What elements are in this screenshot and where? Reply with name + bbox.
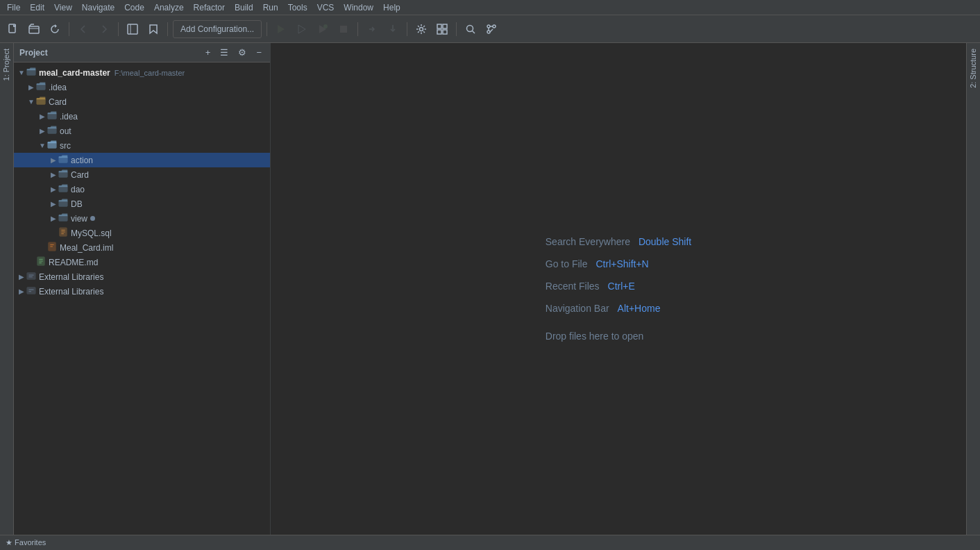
run-coverage-btn[interactable] xyxy=(314,19,332,39)
toggle-panel-btn[interactable] xyxy=(124,19,142,39)
mealcard-file-icon xyxy=(47,242,57,253)
hide-panel-btn[interactable]: − xyxy=(253,46,264,59)
svg-point-15 xyxy=(487,25,490,28)
menu-bar: File Edit View Navigate Code Analyze Ref… xyxy=(0,0,980,15)
toolbar-sep-1 xyxy=(69,22,69,36)
structure-tab[interactable]: 2: Structure xyxy=(967,43,980,94)
dao-arrow: ▶ xyxy=(49,185,58,193)
tree-mysql[interactable]: ▶ MySQL.sql xyxy=(14,226,270,240)
src-label: src xyxy=(60,141,71,151)
menu-file[interactable]: File xyxy=(3,1,24,14)
svg-marker-4 xyxy=(278,25,285,33)
add-configuration-btn[interactable]: Add Configuration... xyxy=(173,20,262,38)
debug-btn[interactable] xyxy=(293,19,311,39)
tree-card-idea[interactable]: ▶ .idea xyxy=(14,109,270,124)
drop-files-row: Drop files here to open xyxy=(546,325,644,342)
open-btn[interactable] xyxy=(25,19,43,39)
toolbar-sep-2 xyxy=(118,22,119,36)
action-label: action xyxy=(71,156,93,165)
tree-scratches[interactable]: ▶ External Libraries xyxy=(14,284,270,299)
root-arrow: ▼ xyxy=(17,69,26,76)
project-tree: ▼ meal_card-master F:\meal_card-master ▶… xyxy=(14,62,270,535)
ext-libs-arrow: ▶ xyxy=(17,273,26,281)
bookmark-btn[interactable] xyxy=(144,19,162,39)
tree-action[interactable]: ▶ action xyxy=(14,153,270,167)
project-tab[interactable]: 1: Project xyxy=(0,43,13,86)
tree-ext-libs[interactable]: ▶ External Libraries xyxy=(14,269,270,284)
tree-src[interactable]: ▼ src xyxy=(14,138,270,153)
settings-panel-btn[interactable]: ⚙ xyxy=(235,46,249,59)
sync-btn[interactable] xyxy=(46,19,64,39)
project-panel: Project + ☰ ⚙ − ▼ meal_card-master F:\me… xyxy=(14,43,271,535)
card-idea-arrow: ▶ xyxy=(37,112,47,120)
step-over-btn[interactable] xyxy=(363,19,381,39)
ext-libs-label: External Libraries xyxy=(39,272,103,282)
readme-file-icon xyxy=(36,256,46,268)
menu-vcs[interactable]: VCS xyxy=(313,1,339,14)
menu-code[interactable]: Code xyxy=(120,1,149,14)
mysql-file-icon xyxy=(58,227,68,239)
svg-rect-2 xyxy=(128,24,137,34)
tree-card-sub[interactable]: ▶ Card xyxy=(14,167,270,182)
root-path: F:\meal_card-master xyxy=(115,69,185,77)
run-btn[interactable] xyxy=(272,19,290,39)
mealcard-label: Meal_Card.iml xyxy=(60,243,113,253)
recent-files-label: Recent Files xyxy=(546,281,600,292)
search-everywhere-toolbar-btn[interactable] xyxy=(462,19,480,39)
menu-window[interactable]: Window xyxy=(339,1,378,14)
forward-btn[interactable] xyxy=(95,19,113,39)
goto-file-row: Go to File Ctrl+Shift+N xyxy=(546,258,649,269)
action-arrow: ▶ xyxy=(49,156,58,164)
tree-mealcard[interactable]: ▶ Meal_Card.iml xyxy=(14,240,270,255)
tree-out[interactable]: ▶ out xyxy=(14,124,270,138)
svg-point-17 xyxy=(487,31,490,33)
project-panel-header: Project + ☰ ⚙ − xyxy=(14,43,270,62)
svg-point-16 xyxy=(493,25,496,28)
scope-btn[interactable]: ☰ xyxy=(217,46,231,59)
svg-point-14 xyxy=(467,25,473,31)
left-vertical-tabs: 1: Project xyxy=(0,43,14,535)
card-idea-icon xyxy=(47,110,57,122)
recent-files-shortcut: Ctrl+E xyxy=(608,281,635,292)
project-panel-title: Project xyxy=(19,48,198,58)
menu-analyze[interactable]: Analyze xyxy=(150,1,188,14)
menu-refactor[interactable]: Refactor xyxy=(189,1,229,14)
tree-dao[interactable]: ▶ dao xyxy=(14,182,270,197)
stop-btn[interactable] xyxy=(335,19,353,39)
new-file-btn[interactable] xyxy=(4,19,22,39)
menu-build[interactable]: Build xyxy=(230,1,257,14)
root-label: meal_card-master xyxy=(39,68,110,78)
menu-tools[interactable]: Tools xyxy=(284,1,312,14)
out-icon xyxy=(47,125,57,137)
tree-idea[interactable]: ▶ .idea xyxy=(14,80,270,94)
svg-rect-40 xyxy=(27,273,35,280)
settings-btn[interactable] xyxy=(412,19,430,39)
search-everywhere-shortcut: Double Shift xyxy=(639,236,691,247)
vcs-operations-btn[interactable] xyxy=(482,19,500,39)
tree-view[interactable]: ▶ view xyxy=(14,211,270,226)
svg-rect-13 xyxy=(443,30,447,34)
main-layout: 1: Project Project + ☰ ⚙ − ▼ meal_card-m… xyxy=(0,43,980,535)
menu-navigate[interactable]: Navigate xyxy=(78,1,119,14)
editor-area: Search Everywhere Double Shift Go to Fil… xyxy=(271,43,966,535)
add-scope-btn[interactable]: + xyxy=(203,46,214,59)
step-into-btn[interactable] xyxy=(384,19,402,39)
card-idea-label: .idea xyxy=(60,112,78,122)
menu-view[interactable]: View xyxy=(50,1,76,14)
menu-run[interactable]: Run xyxy=(259,1,282,14)
favorites-tab-label[interactable]: ★ Favorites xyxy=(6,538,46,547)
db-icon xyxy=(58,198,68,210)
view-label: view xyxy=(71,214,87,224)
ext-libs-icon xyxy=(26,271,36,283)
back-btn[interactable] xyxy=(74,19,92,39)
tree-root[interactable]: ▼ meal_card-master F:\meal_card-master xyxy=(14,65,270,80)
db-label: DB xyxy=(71,199,83,209)
card-sub-arrow: ▶ xyxy=(49,171,58,178)
layout-btn[interactable] xyxy=(433,19,451,39)
tree-readme[interactable]: ▶ README.md xyxy=(14,255,270,269)
tree-card[interactable]: ▼ Card xyxy=(14,94,270,109)
card-folder-icon xyxy=(36,96,46,108)
menu-help[interactable]: Help xyxy=(379,1,405,14)
menu-edit[interactable]: Edit xyxy=(26,1,49,14)
tree-db[interactable]: ▶ DB xyxy=(14,197,270,211)
